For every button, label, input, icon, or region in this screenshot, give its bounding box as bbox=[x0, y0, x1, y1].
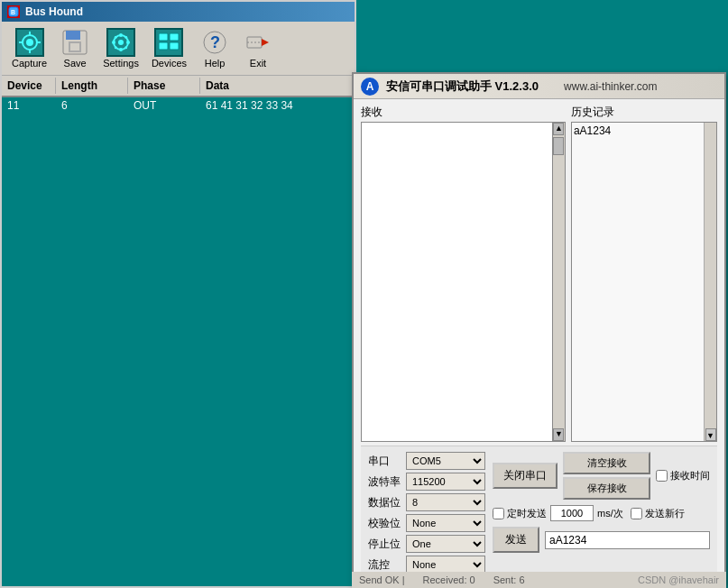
timed-send-checkbox[interactable] bbox=[493, 508, 504, 519]
recv-scrollbar[interactable]: ▲ ▼ bbox=[552, 123, 565, 441]
port-label: 串口 bbox=[368, 454, 402, 469]
exit-button[interactable]: Exit bbox=[238, 25, 278, 71]
settings-icon bbox=[106, 28, 135, 57]
data-bits-label: 数据位 bbox=[368, 495, 402, 510]
send-button[interactable]: 发送 bbox=[493, 527, 539, 553]
recv-time-checkbox[interactable] bbox=[656, 470, 668, 482]
svg-text:B: B bbox=[11, 9, 15, 15]
settings-button[interactable]: Settings bbox=[98, 25, 143, 71]
svg-point-19 bbox=[126, 41, 130, 44]
recv-scroll-thumb[interactable] bbox=[553, 137, 564, 155]
svg-rect-26 bbox=[159, 42, 168, 50]
timed-send-text: 定时发送 bbox=[507, 507, 547, 520]
status-bar: Send OK | Received: 0 Sent: 6 CSDN @ihav… bbox=[352, 572, 726, 588]
serial-tool-window: A 安信可串口调试助手 V1.2.3.0 www.ai-thinker.com … bbox=[352, 72, 726, 586]
timed-unit: ms/次 bbox=[597, 507, 623, 520]
flow-row: 流控 None bbox=[368, 556, 485, 574]
serial-title: 安信可串口调试助手 V1.2.3.0 bbox=[386, 78, 539, 95]
recv-label: 接收 bbox=[361, 105, 566, 120]
help-button[interactable]: ? Help bbox=[195, 25, 235, 71]
cell-device: 11 bbox=[2, 98, 56, 113]
send-input[interactable] bbox=[545, 531, 710, 549]
svg-rect-10 bbox=[66, 31, 80, 40]
serial-bottom: 串口 COM5 波特率 115200 数据位 8 bbox=[361, 446, 717, 579]
parity-select[interactable]: None bbox=[406, 514, 485, 532]
exit-icon bbox=[244, 28, 272, 57]
table-row: 11 6 OUT 61 41 31 32 33 34 bbox=[2, 97, 355, 114]
history-content-area: aA1234 bbox=[572, 123, 704, 441]
save-recv-button[interactable]: 保存接收 bbox=[563, 477, 650, 500]
svg-point-18 bbox=[112, 41, 115, 44]
cell-phase: OUT bbox=[128, 98, 200, 113]
svg-point-21 bbox=[124, 36, 127, 39]
history-label: 历史记录 bbox=[571, 105, 717, 120]
timed-interval-input[interactable] bbox=[550, 505, 594, 521]
cell-length: 6 bbox=[56, 98, 128, 113]
send-newline-text: 发送新行 bbox=[645, 507, 685, 520]
clear-recv-button[interactable]: 清空接收 bbox=[563, 452, 650, 474]
serial-body: 接收 ▲ ▼ 历史记录 aA1234 bbox=[354, 99, 724, 584]
recv-section: 接收 ▲ ▼ bbox=[361, 105, 566, 442]
flow-label: 流控 bbox=[368, 557, 402, 573]
bus-hound-icon: B bbox=[7, 5, 20, 18]
svg-point-15 bbox=[118, 40, 124, 45]
save-button[interactable]: Save bbox=[55, 25, 95, 71]
capture-label: Capture bbox=[12, 58, 47, 69]
parity-row: 校验位 None bbox=[368, 514, 485, 532]
svg-point-4 bbox=[26, 39, 33, 46]
send-ok-status: Send OK | bbox=[359, 574, 405, 585]
stop-bits-label: 停止位 bbox=[368, 537, 402, 552]
timed-send-label: 定时发送 bbox=[493, 507, 547, 520]
table-body: 11 6 OUT 61 41 31 32 33 34 bbox=[2, 97, 355, 114]
exit-label: Exit bbox=[250, 58, 266, 69]
parity-label: 校验位 bbox=[368, 516, 402, 531]
stop-bits-select[interactable]: One bbox=[406, 535, 485, 553]
serial-top-row: 接收 ▲ ▼ 历史记录 aA1234 bbox=[361, 105, 717, 442]
received-status: Received: 0 bbox=[423, 574, 475, 585]
help-icon: ? bbox=[200, 28, 229, 57]
history-section: 历史记录 aA1234 ▼ bbox=[571, 105, 717, 442]
data-bits-select[interactable]: 8 bbox=[406, 493, 485, 511]
svg-point-23 bbox=[124, 46, 127, 49]
svg-rect-27 bbox=[170, 33, 179, 41]
flow-select[interactable]: None bbox=[406, 556, 485, 574]
serial-url: www.ai-thinker.com bbox=[564, 80, 657, 93]
svg-point-17 bbox=[119, 48, 123, 51]
send-row: 发送 bbox=[493, 527, 710, 553]
port-select[interactable]: COM5 bbox=[406, 452, 485, 470]
svg-text:?: ? bbox=[210, 33, 220, 51]
toolbar: Capture Save bbox=[2, 22, 355, 76]
config-section: 串口 COM5 波特率 115200 数据位 8 bbox=[368, 452, 485, 574]
sent-status: Sent: 6 bbox=[493, 574, 525, 585]
save-label: Save bbox=[64, 58, 87, 69]
baud-label: 波特率 bbox=[368, 474, 402, 490]
bus-hound-title-bar: B Bus Hound bbox=[2, 2, 355, 22]
devices-button[interactable]: Devices bbox=[147, 25, 191, 71]
serial-app-icon: A bbox=[361, 78, 379, 96]
send-newline-checkbox[interactable] bbox=[631, 508, 642, 519]
table-header: Device Length Phase Data bbox=[2, 76, 355, 97]
svg-point-20 bbox=[115, 36, 117, 39]
recv-textarea[interactable] bbox=[362, 123, 552, 441]
serial-title-bar: A 安信可串口调试助手 V1.2.3.0 www.ai-thinker.com bbox=[354, 74, 724, 99]
history-scroll-down[interactable]: ▼ bbox=[705, 428, 716, 441]
recv-time-label: 接收时间 bbox=[670, 469, 710, 482]
devices-icon bbox=[154, 28, 183, 57]
baud-row: 波特率 115200 bbox=[368, 473, 485, 491]
close-port-button[interactable]: 关闭串口 bbox=[493, 463, 558, 489]
right-controls: 关闭串口 清空接收 保存接收 接收时间 定时发 bbox=[493, 452, 710, 574]
col-phase: Phase bbox=[128, 78, 200, 94]
history-text: aA1234 bbox=[574, 124, 611, 137]
recv-time-checkbox-label: 接收时间 bbox=[656, 469, 710, 482]
data-bits-row: 数据位 8 bbox=[368, 493, 485, 511]
baud-select[interactable]: 115200 bbox=[406, 473, 485, 491]
svg-point-16 bbox=[119, 33, 123, 37]
col-length: Length bbox=[56, 78, 128, 94]
port-row: 串口 COM5 bbox=[368, 452, 485, 470]
capture-icon bbox=[15, 28, 44, 57]
svg-rect-12 bbox=[70, 43, 79, 51]
capture-button[interactable]: Capture bbox=[7, 25, 51, 71]
svg-point-22 bbox=[115, 46, 117, 49]
settings-label: Settings bbox=[103, 58, 139, 69]
bus-hound-window: B Bus Hound Capture bbox=[0, 0, 356, 588]
